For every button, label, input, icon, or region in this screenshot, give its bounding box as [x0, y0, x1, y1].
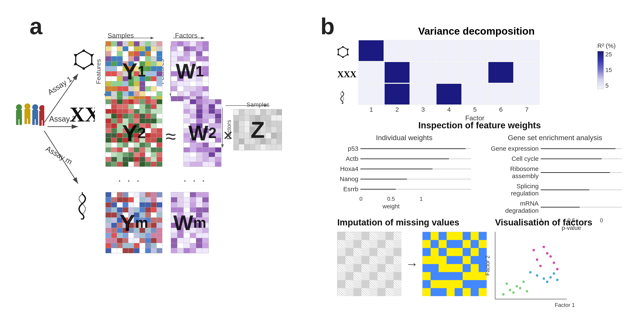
svg-point-39	[74, 54, 77, 57]
assay2-icon: XXX	[70, 102, 95, 126]
svg-point-15	[24, 103, 30, 109]
panel-a: a	[8, 9, 320, 319]
svg-text:XXX: XXX	[70, 103, 95, 126]
scatter-dot	[553, 272, 555, 275]
scatter-dot	[532, 249, 535, 251]
scatter-dot	[546, 252, 548, 254]
imp-after-grid	[422, 232, 486, 296]
scatter-plot	[495, 232, 566, 299]
inspection-body: Individual weights p53 Actb Hoxa4 Nanog …	[337, 134, 622, 231]
scatter-dot	[542, 246, 545, 248]
scatter-dot	[556, 279, 558, 281]
gsea-bar-bg	[541, 159, 622, 159]
heatmap-icon-hex	[337, 46, 349, 58]
panel-a-arrows	[8, 9, 325, 321]
scatter-dot	[522, 280, 525, 283]
ym-matrix: Ym	[106, 192, 162, 253]
weight-bar-fill	[360, 169, 432, 169]
assaym-icon	[72, 192, 93, 220]
dots-y: · · ·	[118, 174, 141, 186]
heatmap-icon-xxx: XXX	[337, 70, 356, 79]
assay1-label: Assay 1	[46, 75, 74, 97]
gsea-row: Gene expression	[488, 145, 622, 152]
factor2-axis-label: Factor 2	[484, 255, 491, 275]
people-svg	[15, 103, 44, 131]
imp-arrow: →	[406, 257, 418, 271]
scatter-dot	[553, 261, 555, 264]
scatter-dot	[509, 289, 511, 291]
scatter-dot	[519, 287, 522, 289]
svg-rect-22	[36, 119, 38, 125]
weight-bar-fill	[360, 159, 449, 159]
weight-gene-label: Actb	[337, 155, 358, 162]
weight-row: p53	[337, 145, 471, 152]
svg-rect-12	[16, 110, 22, 119]
assay1-icon	[74, 50, 94, 71]
svg-point-23	[39, 105, 44, 111]
gsea-bar-bg	[541, 148, 622, 149]
svg-rect-14	[20, 119, 22, 125]
scatter-dot	[536, 258, 538, 261]
variance-section: Variance decomposition	[337, 25, 616, 122]
individual-weights-title: Individual weights	[337, 134, 471, 142]
bottom-panels: Imputation of missing values → Visualisa…	[337, 217, 628, 308]
gsea-bar-fill	[541, 148, 615, 149]
svg-point-36	[90, 63, 93, 65]
scatter-dot	[539, 265, 542, 267]
svg-point-49	[347, 54, 348, 55]
scatter-dot	[512, 291, 515, 294]
gsea-bar-fill	[541, 207, 580, 207]
svg-rect-21	[32, 119, 35, 125]
weight-bar-bg	[360, 159, 471, 159]
scatter-dot	[526, 290, 528, 292]
scatter-dot	[542, 277, 545, 280]
gsea-bar-fill	[541, 159, 602, 159]
scatter-dot	[556, 268, 558, 270]
assaym-label: Assay m	[44, 144, 74, 166]
weight-bar-bg	[360, 169, 471, 169]
legend-labels: 25 15 5	[606, 51, 612, 89]
gsea-bar-fill	[541, 190, 590, 190]
weight-row: Actb	[337, 155, 471, 162]
gsea-gene-label: mRNA degradation	[488, 200, 538, 214]
variance-title: Variance decomposition	[337, 25, 616, 37]
viz-title: Visualisation of factors	[495, 217, 628, 227]
weight-bar-fill	[360, 189, 396, 190]
panel-b: b Variance decomposition	[320, 9, 636, 319]
y1-matrix: Y1	[106, 41, 162, 101]
svg-rect-16	[24, 109, 30, 118]
heatmap-grid-area: 1234567 Factor	[358, 40, 591, 122]
svg-rect-20	[32, 110, 38, 119]
heatmap-grid	[358, 40, 591, 105]
gsea-title: Gene set enrichment analysis	[488, 134, 622, 142]
gsea-gene-label: Cell cycle	[488, 155, 538, 162]
weight-row: Esrrb	[337, 186, 471, 193]
gsea-bar-fill	[541, 172, 610, 173]
weight-bar-bg	[360, 148, 471, 149]
svg-point-50	[338, 49, 339, 50]
scatter-dot	[506, 282, 508, 285]
weight-gene-label: Hoxa4	[337, 165, 358, 172]
panel-a-label: a	[30, 13, 42, 40]
weights-rows: p53 Actb Hoxa4 Nanog Esrrb	[337, 145, 471, 193]
w1-matrix: W1	[171, 41, 209, 101]
gsea-gene-label: Ribosome assembly	[488, 165, 538, 180]
y2-matrix: Y2	[106, 99, 162, 167]
weight-row: Hoxa4	[337, 165, 471, 172]
imputation-grids: →	[337, 232, 486, 296]
panel-b-label: b	[320, 13, 334, 40]
weight-bar-fill	[360, 148, 466, 149]
imputation-panel: Imputation of missing values →	[337, 217, 486, 308]
scatter-area: Factor 2 Factor 1	[495, 232, 628, 308]
scatter-dot	[536, 274, 538, 277]
samples-label-y1: Samples	[108, 32, 134, 40]
people-group	[15, 103, 44, 131]
dots-w: · · ·	[184, 174, 206, 186]
imp-before-grid	[337, 232, 401, 296]
weight-ticks: 0 0.5 1	[359, 196, 422, 202]
factor1-axis-label: Factor 1	[501, 302, 628, 308]
gsea-row: mRNA degradation	[488, 200, 622, 214]
svg-rect-26	[42, 119, 44, 126]
weight-gene-label: Esrrb	[337, 186, 358, 193]
weight-bar-bg	[360, 179, 471, 179]
